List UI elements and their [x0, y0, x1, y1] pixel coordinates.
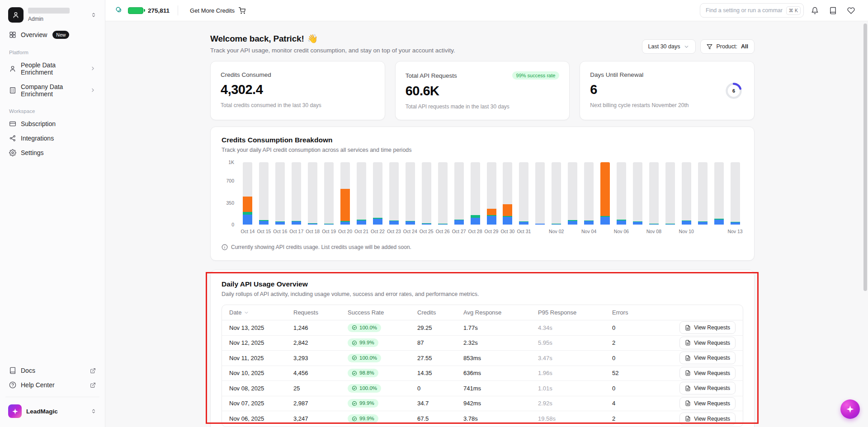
- sidebar-item-company-data-enrichment[interactable]: Company Data Enrichment: [5, 80, 99, 101]
- x-tick-label: Oct 29: [485, 229, 499, 234]
- gear-icon: [9, 149, 16, 156]
- bar-nov-09: [662, 162, 678, 225]
- bar-nov-13: [727, 162, 743, 225]
- bar-oct-22: [370, 162, 386, 225]
- view-requests-button[interactable]: View Requests: [679, 397, 736, 410]
- account-switcher[interactable]: Admin: [5, 5, 99, 27]
- bar-oct-28: [467, 162, 483, 225]
- main-area: 275,811 Get More Credits ⌘ K: [105, 0, 868, 427]
- sparkle-icon: [12, 408, 19, 415]
- view-requests-button[interactable]: View Requests: [679, 367, 736, 380]
- x-tick-label: Nov 10: [679, 229, 694, 234]
- person-icon: [9, 65, 16, 72]
- file-text-icon: [685, 370, 691, 376]
- cell-credits: 0: [417, 385, 463, 392]
- external-link-icon: [90, 368, 96, 374]
- bar-nov-05: [597, 162, 613, 225]
- bar-nov-01: [532, 162, 548, 225]
- stat-caption: Total API requests made in the last 30 d…: [406, 103, 560, 110]
- cell-date: Nov 11, 2025: [229, 355, 293, 361]
- get-more-credits-button[interactable]: Get More Credits: [186, 5, 249, 17]
- stat-label: Total API Requests: [406, 72, 457, 79]
- stat-value: 6: [590, 82, 744, 97]
- bar-oct-24: [402, 162, 418, 225]
- sidebar-item-label: Docs: [21, 367, 35, 374]
- sidebar-item-label: Settings: [21, 149, 44, 156]
- chart-plot: [240, 162, 743, 225]
- y-tick-label: 0: [231, 222, 234, 227]
- success-rate-badge: 100.0%: [348, 324, 381, 332]
- workspace-switcher[interactable]: LeadMagic: [5, 402, 99, 421]
- credits-chart: 1K7003500: [222, 162, 743, 225]
- check-circle-icon: [352, 416, 357, 422]
- sidebar-item-overview[interactable]: Overview New: [5, 27, 99, 42]
- chevrons-up-down-icon: [90, 408, 97, 414]
- chart-title: Credits Consumption Breakdown: [222, 136, 743, 144]
- stat-value: 4,302.4: [221, 82, 375, 97]
- assistant-fab-button[interactable]: [840, 399, 860, 419]
- view-requests-button[interactable]: View Requests: [679, 321, 736, 334]
- x-tick-label: Oct 22: [371, 229, 385, 234]
- docs-button[interactable]: [826, 3, 840, 18]
- bar-oct-25: [418, 162, 434, 225]
- view-requests-button[interactable]: View Requests: [679, 382, 736, 394]
- notifications-button[interactable]: [807, 3, 822, 18]
- sidebar-item-label: Subscription: [21, 120, 56, 127]
- table-row: Nov 11, 20253,293100.0%27.55853ms3.47s0V…: [222, 351, 743, 366]
- success-rate-badge: 100.0%: [348, 384, 381, 393]
- sparkle-icon: [846, 405, 854, 413]
- stat-card-credits-consumed: Credits Consumed 4,302.4 Total credits c…: [210, 61, 385, 120]
- view-requests-button[interactable]: View Requests: [679, 413, 736, 425]
- favorites-button[interactable]: [844, 3, 858, 18]
- x-tick-label: Oct 19: [322, 229, 336, 234]
- x-tick-label: Oct 24: [403, 229, 417, 234]
- bar-oct-23: [386, 162, 402, 225]
- new-badge: New: [52, 31, 69, 39]
- view-requests-button[interactable]: View Requests: [679, 352, 736, 364]
- sidebar-item-label: Integrations: [21, 135, 54, 142]
- cell-avg-response: 3.78s: [463, 415, 538, 422]
- cell-requests: 2,842: [293, 339, 348, 346]
- date-range-select[interactable]: Last 30 days: [642, 39, 696, 54]
- search-input[interactable]: [706, 7, 783, 14]
- check-circle-icon: [352, 355, 357, 361]
- sidebar-item-integrations[interactable]: Integrations: [5, 131, 99, 145]
- bar-oct-27: [451, 162, 467, 225]
- success-rate-badge: 98.8%: [348, 369, 378, 377]
- bar-nov-06: [613, 162, 630, 225]
- cell-credits: 29.25: [417, 324, 463, 331]
- sidebar-item-people-data-enrichment[interactable]: People Data Enrichment: [5, 58, 99, 80]
- date-range-value: Last 30 days: [648, 43, 680, 50]
- sidebar-item-docs[interactable]: Docs: [5, 363, 99, 378]
- column-header-date[interactable]: Date: [229, 309, 293, 316]
- sidebar-item-subscription[interactable]: Subscription: [5, 117, 99, 131]
- sidebar-item-settings[interactable]: Settings: [5, 145, 99, 160]
- person-icon: [12, 11, 19, 19]
- table-header-row: DateRequestsSuccess RateCreditsAvg Respo…: [222, 305, 743, 320]
- view-requests-button[interactable]: View Requests: [679, 337, 736, 349]
- y-tick-label: 1K: [228, 160, 234, 165]
- table-row: Nov 07, 20252,98799.9%34.7942ms2.92s4Vie…: [222, 396, 743, 412]
- column-header-requests: Requests: [293, 309, 348, 316]
- cell-avg-response: 853ms: [463, 355, 538, 361]
- page-content: Welcome back, Patrick! 👋 Track your API …: [105, 21, 868, 427]
- vertical-scrollbar[interactable]: [863, 23, 867, 291]
- sidebar-item-label: People Data Enrichment: [21, 61, 85, 76]
- product-filter-button[interactable]: Product: All: [700, 39, 755, 54]
- success-rate-badge: 99% success rate: [512, 71, 560, 80]
- topbar: 275,811 Get More Credits ⌘ K: [105, 0, 868, 21]
- column-header-avg-response: Avg Response: [463, 309, 538, 316]
- credit-card-icon: [9, 120, 16, 127]
- get-more-credits-label: Get More Credits: [190, 7, 235, 14]
- table-body: Nov 13, 20251,246100.0%29.251.77s4.34s0V…: [222, 320, 743, 427]
- command-search[interactable]: ⌘ K: [700, 3, 804, 18]
- cell-errors: 2: [612, 415, 672, 422]
- cell-credits: 67.5: [417, 415, 463, 422]
- sidebar-item-help-center[interactable]: Help Center: [5, 378, 99, 392]
- cell-date: Nov 10, 2025: [229, 370, 293, 376]
- wave-emoji: 👋: [307, 33, 318, 44]
- stat-caption: Next billing cycle restarts November 20t…: [590, 102, 744, 108]
- table-row: Nov 10, 20254,45698.8%14.35636ms1.96s52V…: [222, 366, 743, 381]
- cell-p95-response: 19.58s: [538, 415, 612, 422]
- cell-date: Nov 06, 2025: [229, 415, 293, 422]
